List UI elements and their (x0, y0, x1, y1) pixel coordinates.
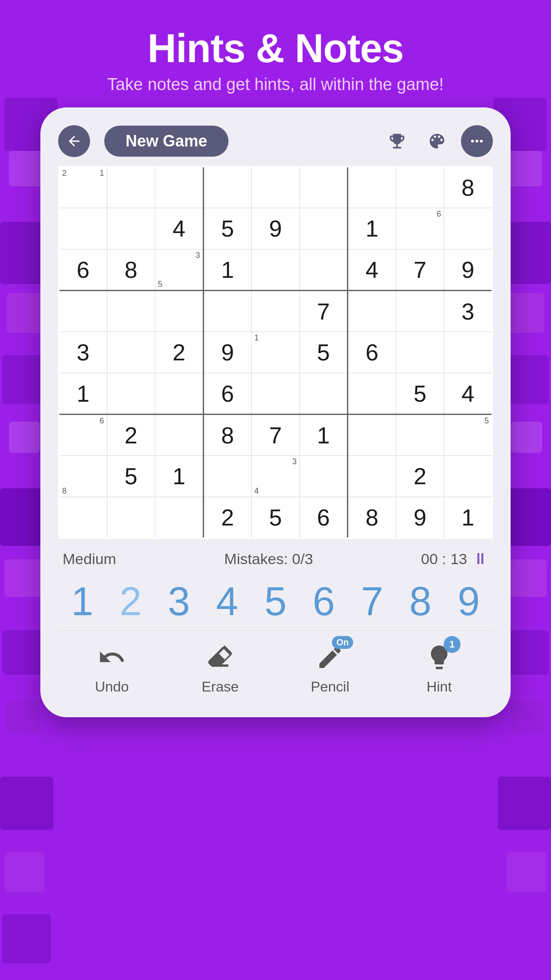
num-8[interactable]: 8 (398, 581, 444, 621)
erase-button[interactable]: Erase (201, 640, 239, 695)
cell-3-7[interactable] (396, 291, 444, 332)
cell-1-6[interactable]: 1 (348, 208, 396, 249)
new-game-button[interactable]: New Game (104, 126, 228, 157)
cell-7-3[interactable] (203, 456, 252, 497)
cell-4-5[interactable]: 5 (299, 332, 348, 373)
num-7[interactable]: 7 (349, 581, 395, 621)
cell-4-0[interactable]: 3 (59, 332, 107, 373)
cell-8-5[interactable]: 6 (299, 497, 348, 538)
num-6[interactable]: 6 (301, 581, 347, 621)
cell-1-8[interactable] (444, 208, 492, 249)
cell-3-6[interactable] (348, 291, 396, 332)
cell-0-4[interactable] (252, 167, 300, 208)
cell-7-6[interactable] (348, 456, 396, 497)
cell-8-0[interactable] (59, 497, 107, 538)
cell-4-2[interactable]: 2 (155, 332, 204, 373)
cell-3-2[interactable] (155, 291, 204, 332)
cell-3-1[interactable] (107, 291, 155, 332)
num-3[interactable]: 3 (156, 581, 202, 621)
cell-1-5[interactable] (299, 208, 348, 249)
cell-6-7[interactable] (396, 415, 444, 456)
num-4[interactable]: 4 (204, 581, 250, 621)
cell-8-1[interactable] (107, 497, 155, 538)
cell-8-7[interactable]: 9 (396, 497, 444, 538)
cell-7-7[interactable]: 2 (396, 456, 444, 497)
cell-2-7[interactable]: 7 (396, 249, 444, 291)
cell-0-8[interactable]: 8 (444, 167, 492, 208)
cell-5-8[interactable]: 4 (444, 373, 492, 415)
cell-6-5[interactable]: 1 (299, 415, 348, 456)
cell-4-3[interactable]: 9 (203, 332, 252, 373)
cell-3-5[interactable]: 7 (299, 291, 348, 332)
cell-5-2[interactable] (155, 373, 204, 415)
cell-2-6[interactable]: 4 (348, 249, 396, 291)
cell-1-3[interactable]: 5 (203, 208, 252, 249)
cell-0-2[interactable] (155, 167, 204, 208)
cell-2-8[interactable]: 9 (444, 249, 492, 291)
cell-5-6[interactable] (348, 373, 396, 415)
cell-8-3[interactable]: 2 (203, 497, 252, 538)
cell-4-7[interactable] (396, 332, 444, 373)
cell-6-3[interactable]: 8 (203, 415, 252, 456)
cell-2-1[interactable]: 8 (107, 249, 155, 291)
cell-7-2[interactable]: 1 (155, 456, 204, 497)
trophy-button[interactable] (381, 125, 413, 157)
cell-2-5[interactable] (299, 249, 348, 291)
cell-2-2[interactable]: 35 (155, 249, 204, 291)
palette-button[interactable] (421, 125, 453, 157)
cell-3-4[interactable] (252, 291, 300, 332)
cell-7-0[interactable]: 8 (59, 456, 107, 497)
num-9[interactable]: 9 (445, 581, 492, 621)
cell-5-0[interactable]: 1 (59, 373, 107, 415)
cell-5-5[interactable] (299, 373, 348, 415)
cell-0-7[interactable] (396, 167, 444, 208)
cell-6-1[interactable]: 2 (107, 415, 155, 456)
cell-3-0[interactable] (59, 291, 107, 332)
cell-4-8[interactable] (444, 332, 492, 373)
cell-1-4[interactable]: 9 (252, 208, 300, 249)
cell-5-1[interactable] (107, 373, 155, 415)
pause-button[interactable]: ⏸ (472, 549, 488, 568)
cell-0-6[interactable] (348, 167, 396, 208)
cell-7-8[interactable] (444, 456, 492, 497)
cell-6-8[interactable]: 5 (444, 415, 492, 456)
cell-4-4[interactable]: 1 (252, 332, 300, 373)
cell-4-6[interactable]: 6 (348, 332, 396, 373)
cell-2-0[interactable]: 6 (59, 249, 107, 291)
num-5[interactable]: 5 (252, 581, 299, 621)
cell-0-1[interactable] (107, 167, 155, 208)
cell-8-8[interactable]: 1 (444, 497, 492, 538)
cell-6-0[interactable]: 6 (59, 415, 107, 456)
cell-1-1[interactable] (107, 208, 155, 249)
cell-2-3[interactable]: 1 (203, 249, 252, 291)
cell-3-3[interactable] (203, 291, 252, 332)
pencil-button[interactable]: On Pencil (311, 640, 349, 695)
cell-5-4[interactable] (252, 373, 300, 415)
cell-7-5[interactable] (299, 456, 348, 497)
undo-button[interactable]: Undo (94, 640, 130, 695)
cell-1-0[interactable] (59, 208, 107, 249)
num-2[interactable]: 2 (107, 581, 153, 621)
cell-1-7[interactable]: 6 (396, 208, 444, 249)
num-1[interactable]: 1 (59, 581, 105, 621)
cell-4-1[interactable] (107, 332, 155, 373)
cell-8-2[interactable] (155, 497, 204, 538)
cell-6-4[interactable]: 7 (252, 415, 300, 456)
cell-6-6[interactable] (348, 415, 396, 456)
hint-button[interactable]: 1 Hint (421, 640, 457, 695)
cell-5-3[interactable]: 6 (203, 373, 252, 415)
more-button[interactable] (461, 125, 493, 157)
back-button[interactable] (58, 125, 90, 157)
cell-8-4[interactable]: 5 (252, 497, 300, 538)
cell-0-3[interactable] (203, 167, 252, 208)
cell-5-7[interactable]: 5 (396, 373, 444, 415)
cell-1-2[interactable]: 4 (155, 208, 204, 249)
cell-0-5[interactable] (299, 167, 348, 208)
cell-3-8[interactable]: 3 (444, 291, 492, 332)
cell-6-2[interactable] (155, 415, 204, 456)
cell-0-0[interactable]: 21 (59, 167, 107, 208)
cell-7-1[interactable]: 5 (107, 456, 155, 497)
cell-8-6[interactable]: 8 (348, 497, 396, 538)
cell-2-4[interactable] (252, 249, 300, 291)
cell-7-4[interactable]: 34 (252, 456, 300, 497)
